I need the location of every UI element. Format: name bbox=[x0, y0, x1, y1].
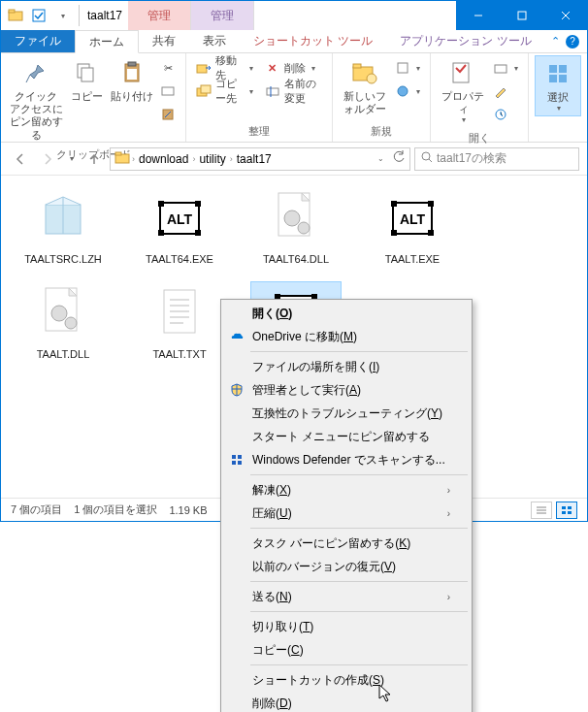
svg-text:ALT: ALT bbox=[167, 211, 193, 227]
minimize-button[interactable] bbox=[456, 1, 500, 30]
recent-button[interactable]: ▾ bbox=[63, 147, 79, 171]
svg-rect-75 bbox=[568, 511, 572, 514]
maximize-button[interactable] bbox=[500, 1, 543, 30]
cm-pin-start[interactable]: スタート メニューにピン留めする bbox=[223, 425, 470, 448]
cm-onedrive[interactable]: OneDrive に移動(M) bbox=[223, 325, 470, 348]
svg-rect-43 bbox=[195, 230, 201, 236]
up-button[interactable] bbox=[82, 147, 106, 171]
context-tab-shortcut[interactable]: 管理 bbox=[128, 1, 191, 30]
folder-icon bbox=[114, 149, 130, 168]
easy-access-icon bbox=[395, 83, 410, 99]
status-selection: 1 個の項目を選択 bbox=[74, 502, 157, 517]
search-input[interactable]: taalt17の検索 bbox=[414, 147, 579, 171]
file-item[interactable]: ALT TAALT.EXE bbox=[368, 187, 457, 265]
cm-open-location[interactable]: ファイルの場所を開く(I) bbox=[223, 355, 470, 378]
breadcrumb-dropdown-icon[interactable]: ⌄ bbox=[377, 154, 384, 163]
status-count: 7 個の項目 bbox=[11, 502, 62, 517]
window-title: taalt17 bbox=[82, 1, 128, 30]
copy-button[interactable]: コピー bbox=[65, 55, 108, 105]
file-item[interactable]: TAALT.DLL bbox=[18, 282, 108, 377]
easy-access-button[interactable]: ▾ bbox=[391, 81, 424, 102]
qat-dropdown-icon[interactable]: ▾ bbox=[51, 5, 73, 26]
ribbon-collapse-icon[interactable]: ⌃ bbox=[551, 35, 560, 48]
view-details-button[interactable] bbox=[531, 502, 552, 519]
close-button[interactable] bbox=[543, 1, 587, 30]
cm-compress[interactable]: 圧縮(U)› bbox=[223, 502, 470, 522]
context-tab-app[interactable]: 管理 bbox=[191, 1, 254, 30]
cm-unzip[interactable]: 解凍(X)› bbox=[223, 478, 470, 502]
back-button[interactable] bbox=[9, 147, 32, 171]
delete-button[interactable]: ✕削除▾ bbox=[261, 57, 326, 79]
tab-view[interactable]: 表示 bbox=[189, 30, 240, 52]
svg-rect-13 bbox=[162, 87, 174, 95]
file-item[interactable]: ALT TAALT64.EXE bbox=[135, 187, 224, 265]
svg-rect-50 bbox=[428, 201, 434, 207]
copy-to-icon bbox=[196, 83, 212, 99]
edit-small-button[interactable] bbox=[489, 81, 522, 102]
paste-shortcut-small-button[interactable] bbox=[156, 104, 180, 125]
new-item-button[interactable]: ▾ bbox=[391, 57, 424, 79]
cut-small-button[interactable]: ✂ bbox=[156, 57, 180, 79]
copy-path-small-button[interactable] bbox=[156, 81, 180, 102]
breadcrumb[interactable]: › download› utility› taalt17 ⌄ bbox=[110, 147, 410, 171]
svg-rect-9 bbox=[82, 68, 93, 81]
svg-point-34 bbox=[422, 152, 430, 160]
cm-open[interactable]: 開く(O) bbox=[223, 302, 470, 325]
file-item[interactable]: TAALTSRC.LZH bbox=[18, 187, 108, 265]
svg-rect-2 bbox=[33, 10, 45, 21]
svg-rect-31 bbox=[559, 75, 567, 82]
move-to-button[interactable]: 移動先▾ bbox=[192, 57, 257, 79]
group-new-label: 新規 bbox=[333, 122, 430, 142]
svg-point-22 bbox=[367, 74, 376, 83]
breadcrumb-seg-0[interactable]: download bbox=[137, 152, 190, 166]
svg-rect-12 bbox=[127, 69, 137, 80]
qat-checkbox-icon[interactable] bbox=[28, 5, 49, 26]
rename-button[interactable]: 名前の変更 bbox=[261, 81, 326, 102]
tab-file[interactable]: ファイル bbox=[1, 30, 75, 52]
history-small-button[interactable] bbox=[489, 104, 522, 125]
explorer-icon[interactable] bbox=[5, 5, 26, 26]
new-item-icon bbox=[395, 60, 410, 76]
shortcut-icon bbox=[160, 107, 176, 122]
properties-button[interactable]: プロパティ▾ bbox=[437, 55, 489, 127]
refresh-button[interactable] bbox=[392, 150, 406, 167]
pin-icon bbox=[20, 57, 51, 88]
cm-run-admin[interactable]: 管理者として実行(A) bbox=[223, 378, 470, 402]
svg-rect-72 bbox=[562, 506, 566, 509]
copy-icon bbox=[71, 57, 102, 88]
new-folder-icon bbox=[349, 57, 380, 88]
select-icon bbox=[542, 58, 573, 89]
open-small-button[interactable]: ▾ bbox=[489, 57, 522, 79]
defender-icon bbox=[229, 452, 245, 468]
svg-rect-74 bbox=[562, 511, 566, 514]
file-item[interactable]: TAALT.TXT bbox=[135, 282, 224, 377]
view-icons-button[interactable] bbox=[556, 502, 577, 519]
file-item[interactable]: TAALT64.DLL bbox=[251, 187, 341, 265]
breadcrumb-seg-1[interactable]: utility bbox=[197, 152, 227, 166]
pin-quick-access-button[interactable]: クイック アクセスにピン留めする bbox=[7, 55, 65, 144]
select-button[interactable]: 選択▾ bbox=[535, 55, 581, 116]
forward-button[interactable] bbox=[36, 147, 59, 171]
svg-rect-49 bbox=[391, 201, 397, 207]
tab-home[interactable]: ホーム bbox=[75, 30, 139, 53]
alt-exe-icon: ALT bbox=[148, 187, 211, 249]
breadcrumb-seg-2[interactable]: taalt17 bbox=[235, 152, 274, 166]
help-icon[interactable]: ? bbox=[566, 35, 579, 49]
tab-share[interactable]: 共有 bbox=[139, 30, 189, 52]
new-folder-button[interactable]: 新しいフォルダー bbox=[339, 55, 391, 117]
svg-point-45 bbox=[284, 210, 300, 226]
cm-compat[interactable]: 互換性のトラブルシューティング(Y) bbox=[223, 402, 470, 425]
paste-button[interactable]: 貼り付け bbox=[108, 55, 156, 105]
svg-rect-33 bbox=[115, 152, 121, 155]
group-open-label: 開く bbox=[431, 129, 528, 148]
svg-rect-15 bbox=[197, 65, 207, 73]
tab-app-tools[interactable]: アプリケーション ツール bbox=[386, 30, 544, 52]
copy-to-button[interactable]: コピー先▾ bbox=[192, 81, 257, 102]
tab-shortcut-tools[interactable]: ショートカット ツール bbox=[240, 30, 386, 52]
svg-rect-79 bbox=[238, 461, 242, 465]
cm-defender[interactable]: Windows Defender でスキャンする... bbox=[223, 448, 470, 471]
alt-exe-icon: ALT bbox=[381, 187, 443, 249]
svg-rect-76 bbox=[232, 455, 236, 459]
svg-line-7 bbox=[26, 75, 30, 82]
svg-line-35 bbox=[429, 159, 432, 162]
